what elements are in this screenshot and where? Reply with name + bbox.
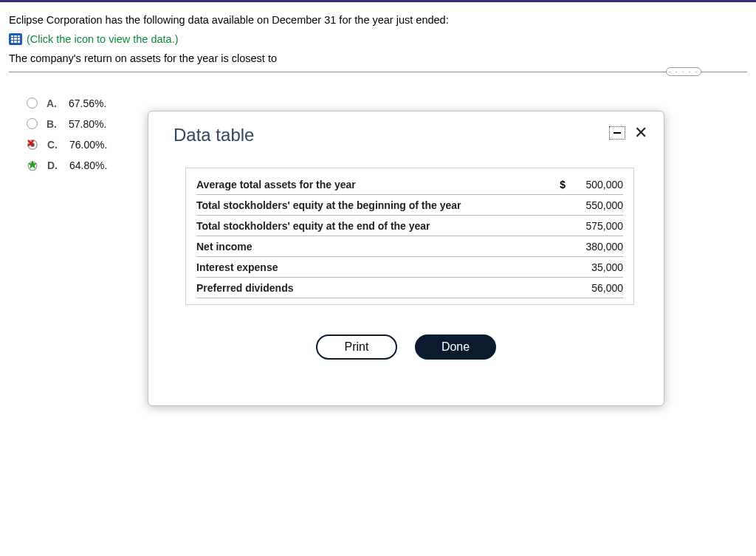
- option-text: 64.80%.: [69, 159, 107, 171]
- modal-controls: ✕: [609, 125, 647, 141]
- view-data-row: (Click the icon to view the data.): [9, 33, 747, 45]
- option-letter: D.: [47, 159, 61, 171]
- radio-empty-icon[interactable]: [27, 118, 38, 129]
- option-letter: A.: [47, 97, 60, 109]
- view-data-link[interactable]: (Click the icon to view the data.): [27, 33, 179, 45]
- ellipsis-pill[interactable]: · · · · ·: [666, 67, 701, 76]
- option-text: 67.56%.: [69, 97, 106, 109]
- divider-line: [9, 72, 747, 72]
- option-text: 76.00%.: [69, 139, 107, 151]
- option-text: 57.80%.: [69, 118, 106, 130]
- data-table: Average total assets for the year $ 500,…: [185, 168, 634, 176]
- question-prompt: The company's return on assets for the y…: [9, 52, 747, 64]
- option-letter: B.: [47, 118, 60, 130]
- radio-correct-icon[interactable]: [27, 159, 38, 171]
- question-intro: Eclipse Corporation has the following da…: [9, 13, 747, 29]
- minimize-icon[interactable]: [609, 126, 625, 140]
- close-icon[interactable]: ✕: [634, 125, 647, 141]
- radio-empty-icon[interactable]: [27, 97, 38, 109]
- divider-wrap: · · · · ·: [9, 72, 747, 72]
- modal-title: Data table: [173, 125, 254, 145]
- table-icon[interactable]: [9, 33, 22, 45]
- data-table-modal: Data table ✕ Average total assets for th…: [148, 111, 664, 176]
- radio-wrong-icon[interactable]: [27, 139, 38, 151]
- modal-header: Data table ✕: [148, 111, 664, 145]
- table-row: Average total assets for the year $ 500,…: [196, 174, 623, 176]
- option-letter: C.: [47, 139, 61, 151]
